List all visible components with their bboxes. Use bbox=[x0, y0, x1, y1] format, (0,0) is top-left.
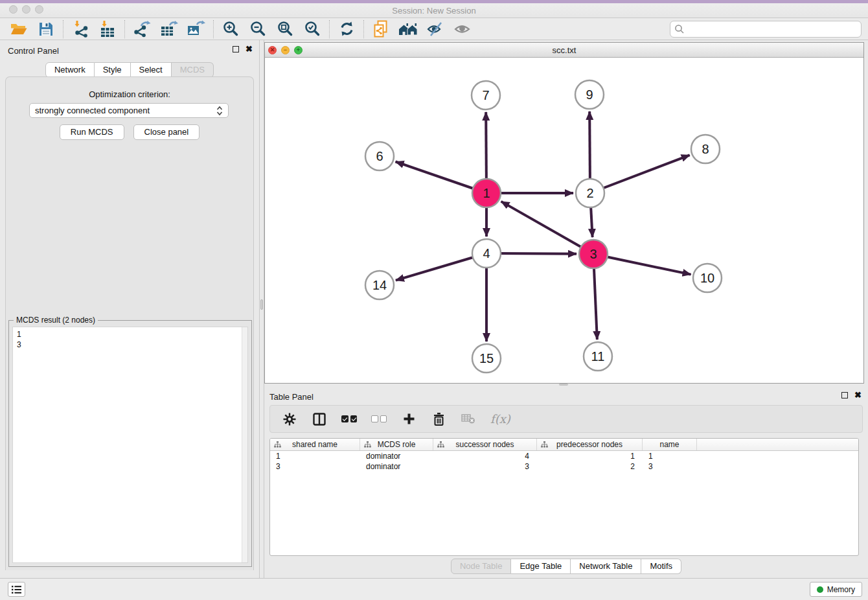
criterion-dropdown[interactable]: strongly connected component bbox=[29, 103, 229, 118]
zoom-fit-icon[interactable] bbox=[271, 19, 299, 39]
float-panel-icon[interactable] bbox=[233, 46, 239, 52]
table-cell: 1 bbox=[537, 452, 643, 461]
mcds-result-textarea[interactable]: 13 bbox=[12, 327, 248, 563]
optimization-criterion-label: Optimization criterion: bbox=[6, 89, 253, 99]
dropdown-stepper-icon bbox=[216, 106, 223, 116]
select-all-checkboxes-icon[interactable] bbox=[341, 411, 357, 427]
mcds-result-lines: 13 bbox=[13, 327, 241, 562]
network-canvas[interactable]: 7968124314101511 bbox=[265, 58, 863, 383]
mcds-result-title: MCDS result (2 nodes) bbox=[14, 316, 98, 325]
close-panel-button[interactable]: Close panel bbox=[133, 124, 200, 140]
graph-node-label-7: 7 bbox=[482, 88, 489, 102]
column-header-shared-name[interactable]: shared name bbox=[270, 439, 360, 450]
zoom-out-icon[interactable] bbox=[244, 19, 271, 39]
column-header-successor-nodes[interactable]: successor nodes bbox=[433, 439, 537, 450]
graph-node-label-6: 6 bbox=[376, 149, 383, 163]
network-title: scc.txt bbox=[265, 45, 863, 55]
close-panel-icon[interactable]: ✖ bbox=[246, 46, 253, 52]
app-titlebar: Session: New Session bbox=[0, 0, 868, 18]
control-panel: Control Panel ✖ NetworkStyleSelectMCDS O… bbox=[0, 40, 259, 578]
table-cell: 3 bbox=[433, 462, 537, 471]
export-network-icon[interactable] bbox=[128, 19, 155, 39]
column-header-name[interactable]: name bbox=[643, 439, 697, 450]
graph-node-label-8: 8 bbox=[702, 142, 709, 156]
open-session-icon[interactable] bbox=[5, 19, 32, 39]
memory-button[interactable]: Memory bbox=[810, 582, 862, 597]
refresh-layout-icon[interactable] bbox=[333, 19, 360, 39]
zoom-selected-icon[interactable] bbox=[299, 19, 326, 39]
float-panel-icon[interactable] bbox=[841, 392, 848, 398]
toolbar-separator bbox=[213, 20, 214, 38]
table-cell: 1 bbox=[643, 452, 697, 461]
result-scrollbar[interactable] bbox=[242, 327, 247, 562]
table-row[interactable]: 1dominator411 bbox=[270, 451, 858, 461]
titlebar-accent bbox=[0, 0, 868, 3]
export-image-icon[interactable] bbox=[183, 19, 210, 39]
table-tabs: Node TableEdge TableNetwork TableMotifs bbox=[264, 559, 868, 574]
splitter-handle[interactable] bbox=[260, 299, 263, 310]
search-box bbox=[670, 21, 862, 38]
run-mcds-button[interactable]: Run MCDS bbox=[60, 124, 124, 140]
column-header-predecessor-nodes[interactable]: predecessor nodes bbox=[537, 439, 643, 450]
table-tab-node-table[interactable]: Node Table bbox=[451, 559, 512, 574]
table-tab-network-table[interactable]: Network Table bbox=[571, 559, 641, 574]
graph-edge-2-8[interactable] bbox=[590, 155, 690, 193]
column-header-MCDS-role[interactable]: MCDS role bbox=[360, 439, 433, 450]
import-table-icon[interactable] bbox=[94, 19, 121, 39]
clone-network-icon[interactable] bbox=[367, 19, 394, 39]
network-window-titlebar[interactable]: ✕ − + scc.txt bbox=[265, 43, 863, 58]
mcds-result-groupbox: MCDS result (2 nodes) 13 bbox=[8, 320, 252, 567]
tab-style[interactable]: Style bbox=[95, 62, 131, 78]
memory-status-icon bbox=[817, 586, 823, 593]
result-line: 1 bbox=[17, 329, 237, 340]
status-bar: Memory bbox=[0, 578, 868, 600]
attribute-icon bbox=[274, 441, 281, 448]
graph-node-label-15: 15 bbox=[479, 351, 494, 365]
toolbar-separator bbox=[329, 20, 330, 38]
table-header-row: shared nameMCDS rolesuccessor nodesprede… bbox=[270, 439, 858, 451]
network-window: ✕ − + scc.txt 7968124314101511 bbox=[264, 42, 864, 384]
show-all-icon[interactable] bbox=[449, 19, 476, 39]
attribute-icon bbox=[541, 441, 548, 448]
first-neighbors-icon[interactable] bbox=[394, 19, 422, 39]
table-row[interactable]: 3dominator323 bbox=[270, 461, 858, 472]
deselect-all-checkboxes-icon[interactable] bbox=[371, 411, 387, 427]
delete-column-icon[interactable] bbox=[431, 411, 446, 427]
settings-gear-icon[interactable] bbox=[282, 411, 297, 427]
search-icon bbox=[674, 24, 685, 34]
table-tab-motifs[interactable]: Motifs bbox=[641, 559, 681, 574]
zoom-in-icon[interactable] bbox=[217, 19, 244, 39]
task-history-button[interactable] bbox=[8, 582, 25, 597]
table-panel: Table Panel ✖ bbox=[264, 386, 868, 578]
criterion-value: strongly connected component bbox=[35, 106, 216, 115]
column-header-label: MCDS role bbox=[378, 440, 416, 449]
search-input[interactable] bbox=[670, 21, 862, 38]
column-header-label: successor nodes bbox=[455, 440, 514, 449]
column-view-icon[interactable] bbox=[312, 411, 327, 427]
add-column-icon[interactable] bbox=[401, 411, 417, 427]
graph-node-label-4: 4 bbox=[483, 246, 490, 260]
close-panel-icon[interactable]: ✖ bbox=[854, 392, 862, 398]
tab-network[interactable]: Network bbox=[45, 62, 95, 78]
table-cell: 1 bbox=[270, 452, 360, 461]
control-panel-tabs: NetworkStyleSelectMCDS bbox=[0, 62, 259, 78]
node-table: shared nameMCDS rolesuccessor nodesprede… bbox=[269, 438, 859, 556]
graph-node-label-3: 3 bbox=[589, 247, 597, 261]
hide-selected-icon[interactable] bbox=[422, 19, 449, 39]
tab-mcds[interactable]: MCDS bbox=[172, 62, 214, 78]
splitter-handle[interactable] bbox=[559, 384, 568, 386]
import-network-icon[interactable] bbox=[67, 19, 94, 39]
table-panel-title: Table Panel bbox=[269, 392, 314, 402]
graph-node-label-2: 2 bbox=[586, 186, 593, 200]
graph-edge-3-1[interactable] bbox=[501, 202, 593, 254]
export-table-icon[interactable] bbox=[155, 19, 183, 39]
graph-node-label-11: 11 bbox=[591, 349, 605, 363]
vertical-splitter[interactable] bbox=[259, 40, 264, 578]
table-tab-edge-table[interactable]: Edge Table bbox=[511, 559, 571, 574]
toolbar-separator bbox=[63, 20, 63, 38]
tab-select[interactable]: Select bbox=[131, 62, 172, 78]
column-header-label: predecessor nodes bbox=[556, 440, 622, 449]
session-title: Session: New Session bbox=[0, 6, 868, 16]
save-session-icon[interactable] bbox=[32, 19, 60, 39]
table-cell: dominator bbox=[360, 462, 433, 471]
